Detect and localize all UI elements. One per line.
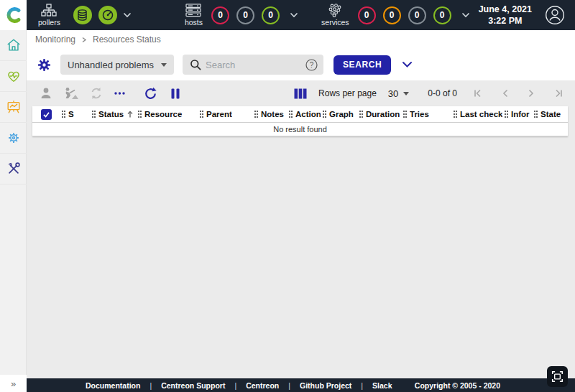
pollers-chevron-down-icon[interactable]: [123, 12, 132, 18]
column-grip-icon[interactable]: [359, 110, 364, 118]
header-cell-tries[interactable]: Tries: [401, 106, 451, 122]
column-grip-icon[interactable]: [288, 110, 293, 118]
sidebar-item-administration[interactable]: [0, 154, 27, 185]
home-icon: [6, 37, 22, 53]
user-avatar[interactable]: [545, 5, 565, 25]
refresh-icon[interactable]: [144, 87, 157, 101]
configuration-gear-icon: [6, 130, 22, 146]
hosts-group[interactable]: hosts: [185, 4, 203, 27]
header-cell-status[interactable]: Status: [90, 106, 136, 122]
header-cell-state[interactable]: State: [532, 106, 568, 122]
centreon-logo[interactable]: [0, 0, 27, 30]
search-icon: [190, 59, 201, 70]
column-grip-icon[interactable]: [322, 110, 327, 118]
services-group[interactable]: services: [321, 4, 349, 27]
footer-link-slack[interactable]: Slack: [372, 381, 392, 390]
filter-settings-gear-icon[interactable]: [37, 58, 51, 72]
column-grip-icon[interactable]: [61, 110, 66, 118]
column-grip-icon[interactable]: [402, 110, 408, 118]
footer-link-centreon-support[interactable]: Centreon Support: [161, 381, 225, 390]
search-help-icon[interactable]: ?: [305, 59, 318, 71]
hosts-icon: [185, 4, 201, 17]
database-status-badge[interactable]: [73, 6, 92, 24]
footer-separator: |: [361, 381, 363, 390]
header-cell-last-check[interactable]: Last check: [451, 106, 502, 122]
services-warning-count[interactable]: 0: [383, 6, 401, 24]
search-input[interactable]: [201, 60, 305, 70]
previous-page-icon[interactable]: [502, 88, 509, 98]
sidebar-item-reporting[interactable]: [0, 92, 27, 123]
header-cell-graph[interactable]: Graph: [321, 106, 357, 122]
header-cell-parent[interactable]: Parent: [198, 106, 252, 122]
latency-status-badge[interactable]: [98, 6, 117, 24]
rows-per-page-caret-icon: [403, 92, 409, 95]
hosts-label: hosts: [185, 18, 203, 27]
pollers-group[interactable]: pollers: [38, 4, 60, 27]
column-grip-icon[interactable]: [91, 110, 96, 118]
more-actions-icon[interactable]: [114, 91, 126, 95]
filter-preset-select[interactable]: Unhandled problems: [60, 55, 174, 75]
sidebar-expand-glyph: »: [11, 378, 16, 389]
services-chevron-down-icon[interactable]: [461, 12, 470, 18]
sort-ascending-icon[interactable]: [126, 110, 134, 118]
footer-separator: |: [288, 381, 290, 390]
monitoring-heartbeat-icon: [6, 68, 22, 84]
filter-bar: Unhandled problems ? SEARCH: [27, 49, 575, 80]
column-grip-icon[interactable]: [453, 110, 458, 118]
table-header-row: S Status Resource Parent Notes: [32, 106, 568, 123]
first-page-icon[interactable]: [473, 88, 483, 98]
next-page-icon[interactable]: [528, 88, 535, 98]
pollers-icon: [40, 4, 58, 17]
fullscreen-icon: [551, 370, 564, 383]
last-page-icon[interactable]: [553, 88, 564, 98]
edit-columns-icon[interactable]: [294, 88, 307, 99]
services-icon: [327, 4, 343, 17]
header-cell-action[interactable]: Action: [287, 106, 321, 122]
rows-per-page-value: 30: [388, 88, 398, 99]
hosts-down-count[interactable]: 0: [211, 6, 229, 24]
footer-separator: |: [234, 381, 236, 390]
column-grip-icon[interactable]: [137, 110, 142, 118]
acknowledge-icon[interactable]: [40, 87, 52, 100]
fullscreen-button[interactable]: [547, 366, 568, 387]
breadcrumb: Monitoring Resources Status: [27, 30, 575, 49]
column-grip-icon[interactable]: [199, 110, 204, 118]
column-grip-icon[interactable]: [533, 110, 538, 118]
header-cell-severity[interactable]: S: [60, 106, 90, 122]
pause-icon[interactable]: [171, 88, 180, 99]
sidebar-item-home[interactable]: [0, 30, 27, 61]
select-all-checkbox[interactable]: [41, 109, 52, 120]
services-unknown-count[interactable]: 0: [408, 6, 426, 24]
hosts-chevron-down-icon[interactable]: [290, 12, 298, 18]
breadcrumb-item-monitoring[interactable]: Monitoring: [35, 34, 75, 45]
header-cell-information[interactable]: Infor: [502, 106, 532, 122]
gauge-icon: [101, 9, 114, 22]
hosts-unreachable-count[interactable]: 0: [236, 6, 254, 24]
pollers-label: pollers: [38, 18, 60, 27]
services-critical-count[interactable]: 0: [358, 6, 376, 24]
check-sync-icon[interactable]: [90, 87, 103, 100]
column-grip-icon[interactable]: [504, 110, 509, 118]
footer-link-github-project[interactable]: Github Project: [300, 381, 351, 390]
sidebar-expand-button[interactable]: »: [0, 375, 27, 392]
header-cell-duration[interactable]: Duration: [357, 106, 401, 122]
administration-tools-icon: [6, 161, 22, 177]
search-button[interactable]: SEARCH: [334, 55, 391, 75]
services-ok-count[interactable]: 0: [433, 6, 451, 24]
pagination-range: 0-0 of 0: [428, 88, 457, 98]
header-cell-notes[interactable]: Notes: [252, 106, 287, 122]
sidebar-item-monitoring[interactable]: [0, 61, 27, 92]
header-cell-resource[interactable]: Resource: [136, 106, 198, 122]
column-grip-icon[interactable]: [254, 110, 259, 118]
rows-per-page-select[interactable]: 30: [388, 88, 409, 99]
set-downtime-icon[interactable]: [63, 87, 79, 100]
filter-expand-chevron-icon[interactable]: [402, 61, 413, 68]
footer-link-documentation[interactable]: Documentation: [86, 381, 140, 390]
footer-links: Documentation | Centreon Support | Centr…: [86, 381, 392, 390]
footer-link-centreon[interactable]: Centreon: [246, 381, 279, 390]
hosts-up-count[interactable]: 0: [262, 6, 280, 24]
sidebar-item-configuration[interactable]: [0, 123, 27, 154]
footer-copyright: Copyright © 2005 - 2020: [415, 381, 500, 390]
filter-preset-value: Unhandled problems: [68, 60, 154, 70]
top-bar: pollers: [0, 0, 575, 30]
